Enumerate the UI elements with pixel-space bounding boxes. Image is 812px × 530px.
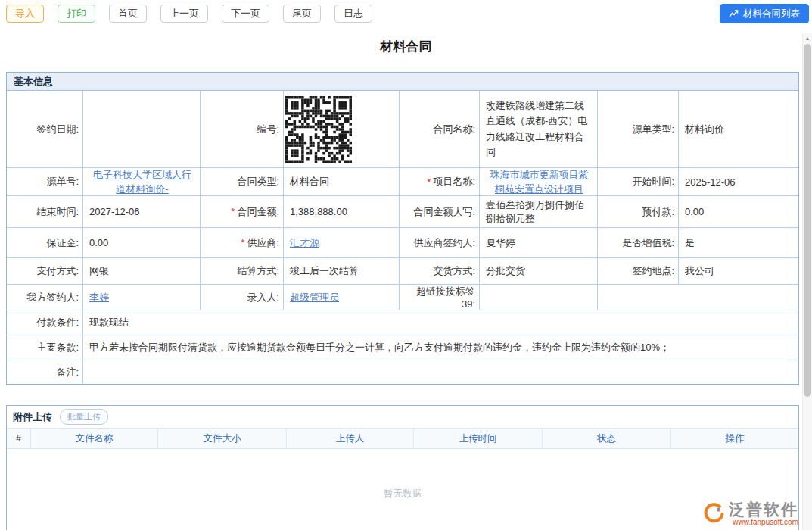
label-hyperlink39: 超链接接标签39: — [400, 285, 480, 310]
qr-code — [285, 96, 352, 163]
brand-url: www.fanpusoft.com — [733, 518, 798, 526]
value-contract-type: 材料合同 — [284, 168, 400, 196]
log-button[interactable]: 日志 — [334, 5, 372, 23]
value-start-time: 2025-12-06 — [679, 168, 798, 196]
creator-link[interactable]: 超级管理员 — [290, 290, 339, 305]
value-amount: 1,388,888.00 — [284, 196, 400, 228]
col-actions: 操作 — [671, 429, 798, 448]
label-project-name: * 项目名称: — [400, 168, 480, 196]
label-supplier-signer: 供应商签约人: — [400, 228, 480, 258]
value-prepay: 0.00 — [679, 196, 798, 228]
label-main-terms: 主要条款: — [7, 335, 83, 360]
label-contract-name: 合同名称: — [400, 91, 480, 168]
import-button[interactable]: 导入 — [6, 5, 44, 23]
basic-info-grid: 签约日期: 编号: 合同名称: 改建铁路线增建第二线直通线（成都-西安）电力线路… — [7, 91, 798, 384]
first-page-button[interactable]: 首页 — [109, 5, 147, 23]
prev-page-button[interactable]: 上一页 — [160, 5, 208, 23]
label-pay-method: 支付方式: — [7, 258, 83, 285]
value-delivery: 分批交货 — [480, 258, 598, 285]
our-signer-link[interactable]: 李婷 — [89, 290, 109, 305]
project-name-link[interactable]: 珠海市城市更新项目紫桐苑安置点设计项目 — [486, 167, 593, 197]
value-vat: 是 — [679, 228, 798, 258]
label-source-type: 源单类型: — [598, 91, 679, 168]
batch-upload-button[interactable]: 批量上传 — [60, 409, 108, 425]
value-remark — [83, 360, 798, 384]
brand-name: 泛普软件 — [729, 500, 798, 518]
label-supplier: * 供应商: — [201, 228, 284, 258]
supplier-link[interactable]: 汇才源 — [290, 235, 319, 251]
attachments-table-header: # 文件名称 文件大小 上传人 上传时间 状态 操作 — [7, 428, 798, 449]
brand-logo-icon — [702, 502, 725, 525]
scrollbar-thumb[interactable] — [804, 44, 811, 397]
basic-info-section-title: 基本信息 — [7, 73, 798, 91]
value-amount-caps: 壹佰叁拾捌万捌仟捌佰捌拾捌元整 — [480, 196, 598, 228]
label-amount: * 合同金额: — [201, 196, 284, 228]
page-title: 材料合同 — [0, 38, 812, 55]
value-pay-terms: 现款现结 — [83, 310, 798, 335]
trend-arrow-icon — [729, 9, 739, 18]
label-creator: 录入人: — [201, 285, 284, 310]
main-content: 基本信息 签约日期: 编号: 合同名称: 改建铁路线增建第二线直通线（成都-西安… — [6, 72, 799, 530]
label-pay-terms: 付款条件: — [7, 310, 83, 335]
required-marker: * — [231, 206, 235, 217]
label-end-time: 结束时间: — [7, 196, 83, 228]
last-page-button[interactable]: 尾页 — [283, 5, 321, 23]
toolbar: 导入 打印 首页 上一页 下一页 尾页 日志 材料合同列表 — [0, 0, 812, 27]
required-marker: * — [427, 176, 431, 188]
required-marker: * — [241, 237, 244, 248]
next-page-button[interactable]: 下一页 — [222, 5, 269, 23]
label-amount-text: 合同金额: — [237, 205, 279, 219]
value-end-time: 2027-12-06 — [83, 196, 201, 228]
scroll-up-arrow[interactable]: ▲ — [803, 33, 812, 43]
value-supplier-signer: 夏华婷 — [480, 228, 598, 258]
label-prepay: 预付款: — [598, 196, 679, 228]
label-code: 编号: — [201, 91, 284, 168]
label-contract-type: 合同类型: — [201, 168, 284, 196]
value-code — [284, 91, 400, 168]
label-our-signer: 我方签约人: — [7, 285, 83, 310]
label-settle-method: 结算方式: — [201, 258, 284, 285]
label-amount-caps: 合同金额大写: — [400, 196, 480, 228]
label-start-time: 开始时间: — [598, 168, 679, 196]
col-upload-time: 上传时间 — [414, 429, 543, 448]
value-main-terms: 甲方若未按合同期限付清货款，应按逾期货款金额每日千分之一计算，向乙方支付逾期付款… — [83, 335, 798, 360]
label-project-name-text: 项目名称: — [433, 175, 475, 189]
value-row6-empty — [598, 285, 798, 310]
value-sign-date — [83, 91, 201, 168]
label-delivery: 交货方式: — [400, 258, 480, 285]
attachments-section: 附件上传 批量上传 # 文件名称 文件大小 上传人 上传时间 状态 操作 暂无数… — [6, 405, 799, 530]
basic-info-section: 基本信息 签约日期: 编号: 合同名称: 改建铁路线增建第二线直通线（成都-西安… — [6, 72, 799, 385]
value-source-type: 材料询价 — [679, 91, 798, 168]
value-settle-method: 竣工后一次结算 — [284, 258, 400, 285]
contract-list-button[interactable]: 材料合同列表 — [720, 4, 809, 23]
attachments-header: 附件上传 批量上传 — [7, 406, 798, 428]
value-hyperlink39 — [480, 285, 598, 310]
value-deposit: 0.00 — [83, 228, 201, 258]
label-sign-place: 签约地点: — [598, 258, 679, 285]
label-source-no: 源单号: — [7, 168, 83, 196]
value-supplier: 汇才源 — [284, 228, 400, 258]
contract-list-button-label: 材料合同列表 — [743, 8, 800, 20]
value-creator: 超级管理员 — [284, 285, 400, 310]
label-supplier-text: 供应商: — [247, 236, 279, 250]
vertical-scrollbar[interactable]: ▲ — [802, 33, 812, 530]
attachments-section-title: 附件上传 — [13, 410, 52, 424]
source-no-link[interactable]: 电子科技大学区域人行道材料询价- — [89, 167, 195, 197]
print-button[interactable]: 打印 — [58, 5, 95, 23]
label-sign-date: 签约日期: — [7, 91, 83, 168]
col-file-name: 文件名称 — [31, 429, 158, 448]
value-source-no: 电子科技大学区域人行道材料询价- — [83, 168, 201, 196]
label-deposit: 保证金: — [7, 228, 83, 258]
value-project-name: 珠海市城市更新项目紫桐苑安置点设计项目 — [480, 168, 598, 196]
label-remark: 备注: — [7, 360, 83, 384]
col-index: # — [7, 429, 31, 448]
empty-state-text: 暂无数据 — [7, 449, 798, 530]
col-status: 状态 — [543, 429, 671, 448]
value-contract-name: 改建铁路线增建第二线直通线（成都-西安）电力线路迁改工程材料合同 — [480, 91, 598, 168]
col-uploader: 上传人 — [287, 429, 414, 448]
value-our-signer: 李婷 — [83, 285, 201, 310]
label-vat: 是否增值税: — [598, 228, 679, 258]
col-file-size: 文件大小 — [158, 429, 287, 448]
value-pay-method: 网银 — [83, 258, 201, 285]
value-sign-place: 我公司 — [679, 258, 798, 285]
